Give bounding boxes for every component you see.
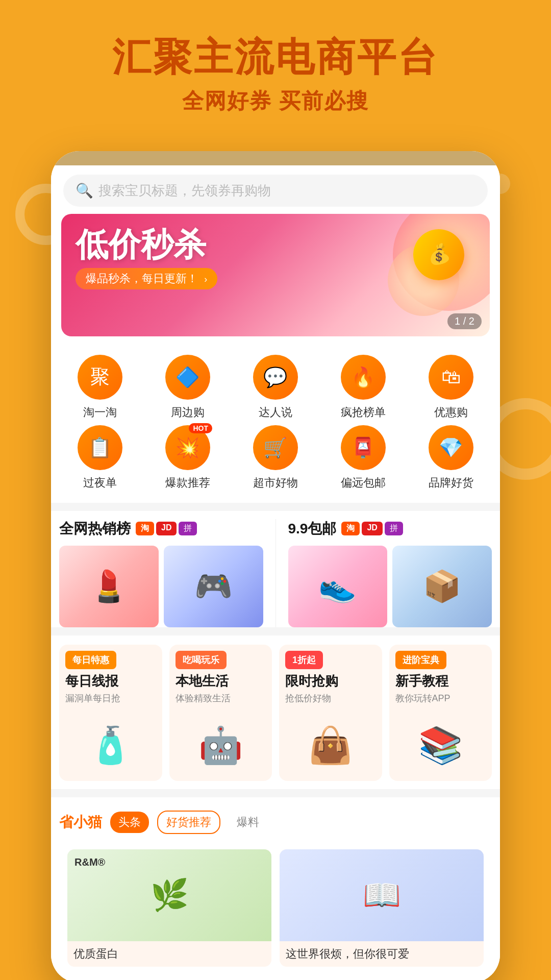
hot-sales-section: 全网热销榜 淘 JD 拼 💄 🎮 — [59, 519, 263, 627]
category-item-2[interactable]: 🔷 周边购 — [148, 355, 228, 420]
search-icon: 🔍 — [76, 182, 93, 199]
feature-tag-food: 吃喝玩乐 — [176, 651, 227, 669]
category-item-7[interactable]: HOT 💥 爆款推荐 — [148, 425, 228, 491]
category-item-8[interactable]: 🛒 超市好物 — [236, 425, 315, 491]
banner-tag: 爆品秒杀，每日更新！ › — [76, 268, 217, 289]
guoyedan-symbol: 📋 — [88, 436, 112, 459]
category-label-5: 优惠购 — [434, 405, 468, 420]
jd-badge: JD — [156, 522, 177, 535]
youhuigou-symbol: 🛍 — [441, 366, 461, 388]
category-icon-bangdan: 🔥 — [341, 355, 386, 400]
category-grid: 聚 淘一淘 🔷 周边购 💬 达人说 — [51, 345, 500, 503]
header-subtitle: 全网好券 买前必搜 — [20, 87, 531, 115]
category-item-1[interactable]: 聚 淘一淘 — [61, 355, 140, 420]
more-badge-2: 拼 — [385, 522, 403, 535]
category-icon-taoyitao: 聚 — [78, 355, 122, 400]
bottom-product-label-2: 这世界很烦，但你很可爱 — [280, 941, 484, 967]
category-icon-youhuigou: 🛍 — [429, 355, 473, 400]
product-slippers[interactable]: 👟 — [288, 546, 388, 627]
darenshuo-symbol: 💬 — [263, 366, 287, 388]
bottom-product-label-1: 优质蛋白 — [67, 941, 271, 967]
feature-tag-flash: 1折起 — [285, 651, 323, 669]
category-label-2: 周边购 — [171, 405, 205, 420]
search-bar: 🔍 搜索宝贝标题，先领券再购物 — [51, 165, 500, 214]
brand-rm-label: R&M® — [74, 856, 105, 868]
taobao-badge: 淘 — [136, 522, 154, 535]
category-label-3: 达人说 — [259, 405, 292, 420]
category-icon-guoyedan: 📋 — [78, 425, 122, 470]
bangdan-symbol: 🔥 — [351, 366, 375, 388]
flash-emoji: 👜 — [308, 724, 353, 766]
news-logo: 省小猫 — [59, 813, 102, 832]
feature-food[interactable]: 吃喝玩乐 本地生活 体验精致生活 🤖 — [169, 645, 272, 781]
banner-arrow-icon: › — [204, 274, 207, 284]
daily-emoji: 🧴 — [88, 724, 133, 766]
banner-content: 低价秒杀 爆品秒杀，每日更新！ › — [76, 228, 217, 289]
more-badge: 拼 — [179, 522, 197, 535]
category-label-10: 品牌好货 — [429, 475, 473, 491]
search-input[interactable]: 🔍 搜索宝贝标题，先领券再购物 — [63, 175, 488, 207]
cheap-delivery-section: 9.9包邮 淘 JD 拼 👟 📦 — [288, 519, 492, 627]
taobao-badge-2: 淘 — [341, 522, 360, 535]
feature-guide[interactable]: 进阶宝典 新手教程 教你玩转APP 📚 — [389, 645, 492, 781]
vertical-separator — [276, 519, 276, 627]
product-electronics[interactable]: 🎮 — [164, 546, 263, 627]
bottom-product-1[interactable]: R&M® 🌿 优质蛋白 — [67, 849, 271, 967]
news-tab-recommendations[interactable]: 好货推荐 — [157, 811, 220, 834]
category-icon-baokuantuijian: HOT 💥 — [165, 425, 210, 470]
category-item-5[interactable]: 🛍 优惠购 — [412, 355, 491, 420]
platform-badges-hot: 淘 JD 拼 — [136, 522, 197, 535]
category-label-4: 疯抢榜单 — [341, 405, 386, 420]
product-storage[interactable]: 📦 — [392, 546, 492, 627]
feature-subtitle-daily: 漏洞单每日抢 — [59, 692, 162, 709]
banner-indicator: 1 / 2 — [447, 313, 482, 329]
bottom-products: R&M® 🌿 优质蛋白 📖 这世界很烦，但你很可爱 — [59, 841, 492, 975]
category-item-3[interactable]: 💬 达人说 — [236, 355, 315, 420]
phone-mockup: 🔍 搜索宝贝标题，先领券再购物 💰 低价秒杀 爆品秒杀，每日更新！ › 1 / … — [51, 151, 500, 980]
feature-title-food: 本地生活 — [169, 672, 272, 692]
product-cosmetics[interactable]: 💄 — [59, 546, 159, 627]
news-tab-exposure[interactable]: 爆料 — [229, 812, 267, 833]
category-item-10[interactable]: 💎 品牌好货 — [412, 425, 491, 491]
news-tabs: 省小猫 头条 好货推荐 爆料 — [59, 811, 492, 834]
category-item-6[interactable]: 📋 过夜单 — [61, 425, 140, 491]
platform-badges-cheap: 淘 JD 拼 — [341, 522, 403, 535]
feature-img-flash: 👜 — [279, 709, 382, 781]
feature-flash[interactable]: 1折起 限时抢购 抢低价好物 👜 — [279, 645, 382, 781]
header-title: 汇聚主流电商平台 — [20, 36, 531, 79]
category-icon-pinpai: 💎 — [429, 425, 473, 470]
feature-img-guide: 📚 — [389, 709, 492, 781]
feature-grid: 每日特惠 每日线报 漏洞单每日抢 🧴 吃喝玩乐 本地生活 体验精致生活 🤖 — [59, 645, 492, 781]
news-section: 省小猫 头条 好货推荐 爆料 R&M® 🌿 优质蛋白 📖 — [51, 802, 500, 980]
hot-sales-title: 全网热销榜 — [59, 519, 131, 538]
cheap-delivery-title: 9.9包邮 — [288, 519, 337, 538]
feature-daily[interactable]: 每日特惠 每日线报 漏洞单每日抢 🧴 — [59, 645, 162, 781]
feature-title-flash: 限时抢购 — [279, 672, 382, 692]
piangyuan-symbol: 📮 — [351, 436, 375, 459]
category-icon-piangyuan: 📮 — [341, 425, 386, 470]
category-label-6: 过夜单 — [83, 475, 117, 491]
category-label-8: 超市好物 — [253, 475, 298, 491]
page-wrapper: 汇聚主流电商平台 全网好券 买前必搜 🔍 搜索宝贝标题，先领券再购物 💰 低价秒… — [0, 0, 551, 980]
hot-sales-header: 全网热销榜 淘 JD 拼 — [59, 519, 263, 538]
category-label-7: 爆款推荐 — [165, 475, 210, 491]
category-item-4[interactable]: 🔥 疯抢榜单 — [324, 355, 403, 420]
jd-badge-2: JD — [362, 522, 382, 535]
feature-subtitle-flash: 抢低价好物 — [279, 692, 382, 709]
banner[interactable]: 💰 低价秒杀 爆品秒杀，每日更新！ › 1 / 2 — [61, 214, 490, 336]
section-divider-3 — [51, 789, 500, 797]
guide-emoji: 📚 — [418, 724, 463, 766]
news-tab-headline[interactable]: 头条 — [110, 812, 149, 833]
header-area: 汇聚主流电商平台 全网好券 买前必搜 — [0, 0, 551, 136]
banner-title: 低价秒杀 — [76, 228, 217, 261]
feature-tag-guide: 进阶宝典 — [395, 651, 446, 669]
bottom-product-2[interactable]: 📖 这世界很烦，但你很可爱 — [280, 849, 484, 967]
feature-tag-daily: 每日特惠 — [65, 651, 116, 669]
bottom-product-img-2: 📖 — [280, 849, 484, 941]
cheap-delivery-header: 9.9包邮 淘 JD 拼 — [288, 519, 492, 538]
electronics-icon: 🎮 — [194, 568, 233, 604]
category-item-9[interactable]: 📮 偏远包邮 — [324, 425, 403, 491]
search-placeholder-text: 搜索宝贝标题，先领券再购物 — [98, 182, 271, 200]
section-divider-2 — [51, 627, 500, 635]
category-row-2: 📋 过夜单 HOT 💥 爆款推荐 🛒 超市好物 — [56, 425, 495, 491]
